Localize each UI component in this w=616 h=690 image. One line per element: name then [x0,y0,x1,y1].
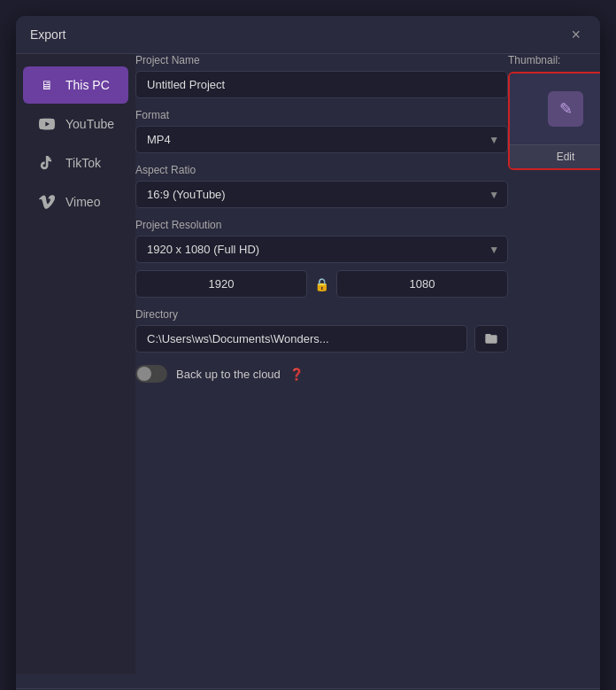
modal-overlay: Export × 🖥 This PC YouTube [0,0,616,690]
sidebar: 🖥 This PC YouTube TikTok [16,54,135,674]
modal-title: Export [30,27,65,42]
close-button[interactable]: × [566,25,586,44]
cloud-toggle[interactable] [135,365,167,383]
sidebar-item-this-pc[interactable]: 🖥 This PC [23,66,128,104]
aspect-ratio-label: Aspect Ratio [135,164,508,176]
modal-header: Export × [16,16,600,54]
sidebar-label-vimeo: Vimeo [65,195,100,209]
directory-label: Directory [135,308,508,321]
thumbnail-panel: Thumbnail: ✎ Edit [508,54,600,674]
folder-browse-button[interactable] [474,325,508,353]
resolution-group: Project Resolution 1920 x 1080 (Full HD)… [135,219,508,298]
sidebar-label-youtube: YouTube [65,117,114,131]
thumbnail-preview: ✎ [510,74,600,144]
directory-row [135,325,508,353]
format-select-wrapper: MP4 ▼ [135,126,508,153]
format-label: Format [135,109,508,121]
tiktok-icon [37,153,57,173]
cloud-label: Back up to the cloud [176,368,281,381]
help-icon[interactable]: ❓ [289,368,304,381]
resolution-label: Project Resolution [135,219,508,231]
sidebar-item-vimeo[interactable]: Vimeo [23,183,128,221]
aspect-ratio-select[interactable]: 16:9 (YouTube) [135,181,508,208]
toggle-knob [137,367,151,381]
thumbnail-box: ✎ Edit [508,72,600,170]
sidebar-item-tiktok[interactable]: TikTok [23,144,128,182]
height-input[interactable] [336,270,508,298]
format-select[interactable]: MP4 [135,126,508,153]
sidebar-label-tiktok: TikTok [65,156,101,170]
modal-body: 🖥 This PC YouTube TikTok [16,54,600,674]
youtube-icon [37,114,57,134]
project-name-input[interactable] [135,71,508,98]
resolution-select-wrapper: 1920 x 1080 (Full HD) ▼ [135,236,508,263]
section-divider [16,688,600,689]
resolution-inputs: 🔒 [135,270,508,298]
width-input[interactable] [135,270,307,298]
thumbnail-label: Thumbnail: [508,54,600,66]
project-name-label: Project Name [135,54,508,66]
export-modal: Export × 🖥 This PC YouTube [16,16,600,690]
vimeo-icon [37,192,57,212]
sidebar-label-this-pc: This PC [65,78,110,92]
lock-icon: 🔒 [314,277,329,291]
sidebar-item-youtube[interactable]: YouTube [23,105,128,143]
thumbnail-edit-button[interactable]: Edit [510,144,600,168]
format-group: Format MP4 ▼ [135,109,508,153]
aspect-ratio-group: Aspect Ratio 16:9 (YouTube) ▼ [135,164,508,208]
resolution-select[interactable]: 1920 x 1080 (Full HD) [135,236,508,263]
aspect-ratio-select-wrapper: 16:9 (YouTube) ▼ [135,181,508,208]
project-name-group: Project Name [135,54,508,98]
cloud-backup-row: Back up to the cloud ❓ [135,365,508,383]
directory-group: Directory [135,308,508,353]
pc-icon: 🖥 [37,75,57,95]
thumbnail-edit-icon: ✎ [548,91,583,127]
form-area: Project Name Format MP4 ▼ Aspect Ratio [135,54,508,674]
directory-input[interactable] [135,325,467,353]
